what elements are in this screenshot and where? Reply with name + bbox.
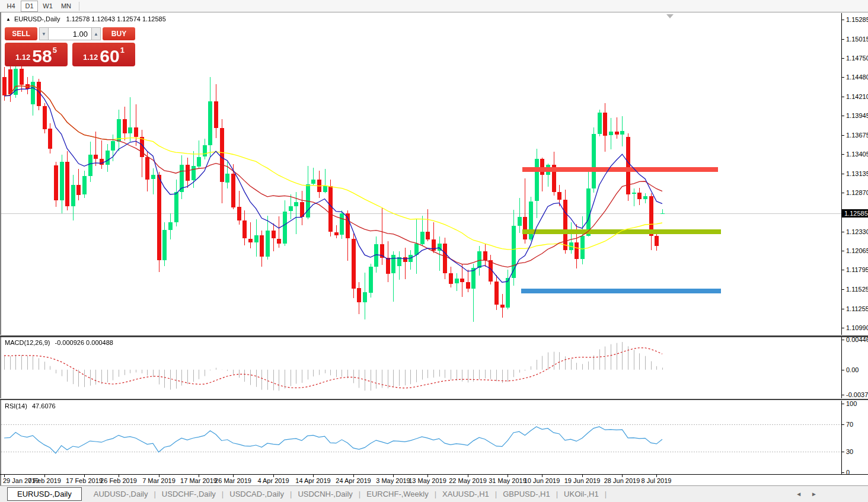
volume-input[interactable] bbox=[49, 27, 91, 40]
buy-price-prefix: 1.12 bbox=[83, 53, 98, 62]
rsi-axis-label: 0 bbox=[846, 468, 850, 477]
rsi-label: RSI(14) bbox=[5, 402, 27, 410]
buy-price-tile[interactable]: 1.12 60 1 bbox=[72, 43, 135, 66]
price-axis-label: 1.13675 bbox=[846, 131, 868, 139]
rsi-axis-dash bbox=[842, 404, 844, 404]
price-axis-dash bbox=[842, 135, 844, 136]
price-axis-label: 1.15015 bbox=[846, 35, 868, 43]
date-axis-label: 14 Apr 2019 bbox=[295, 477, 330, 484]
timeframe-button-w1[interactable]: W1 bbox=[39, 1, 56, 12]
price-axis-dash bbox=[842, 20, 844, 20]
price-axis-dash bbox=[842, 251, 844, 251]
timeframe-button-h4[interactable]: H4 bbox=[2, 1, 20, 12]
date-axis-label: 28 Jun 2019 bbox=[604, 477, 640, 484]
chart-symbol-title: EURUSD-,Daily bbox=[14, 15, 60, 23]
tab-ukoil-h1[interactable]: UKOil-,H1 bbox=[558, 488, 605, 500]
sell-button[interactable]: SELL bbox=[5, 27, 37, 40]
price-axis-dash bbox=[842, 193, 844, 193]
rsi-axis: 10070300 bbox=[841, 401, 868, 474]
date-axis-label: 17 Mar 2019 bbox=[180, 477, 217, 484]
rsi-indicator-canvas[interactable] bbox=[1, 401, 841, 474]
price-axis-dash bbox=[842, 289, 844, 290]
timeframe-toolbar: H4D1W1MN bbox=[0, 0, 868, 12]
price-axis-dash bbox=[842, 58, 844, 59]
volume-increase-button[interactable]: ▲ bbox=[91, 27, 101, 40]
tab-scroll-arrows: ◄ ► bbox=[796, 491, 817, 497]
tab-gbpusd-h1[interactable]: GBPUSD-,H1 bbox=[497, 488, 556, 500]
date-axis-label: 4 Apr 2019 bbox=[257, 477, 289, 484]
macd-axis-dash bbox=[842, 370, 844, 370]
tab-scroll-left-icon[interactable]: ◄ bbox=[796, 491, 802, 497]
price-axis-dash bbox=[842, 328, 844, 328]
buy-button[interactable]: BUY bbox=[103, 27, 135, 40]
date-axis-label: 7 Feb 2019 bbox=[28, 477, 61, 484]
rsi-label-row: RSI(14) 47.6076 bbox=[5, 402, 56, 410]
tab-usdcad-daily[interactable]: USDCAD-,Daily bbox=[224, 488, 290, 500]
price-axis-label: 1.13135 bbox=[846, 170, 868, 178]
macd-axis-label: -0.003715 bbox=[846, 391, 868, 399]
macd-label: MACD(12,26,9) bbox=[5, 339, 50, 346]
timeframe-button-mn[interactable]: MN bbox=[58, 1, 75, 12]
price-axis-label: 1.12330 bbox=[846, 228, 868, 236]
macd-values: -0.000926 0.000488 bbox=[55, 339, 113, 346]
date-axis-label: 19 Jun 2019 bbox=[564, 477, 601, 484]
current-price-tag: 1.12585 bbox=[841, 209, 868, 218]
sell-price-prefix: 1.12 bbox=[15, 53, 30, 62]
tabs-holder: EURUSD-,DailyAUDUSD-,Daily|USDCHF-,Daily… bbox=[7, 487, 607, 501]
date-axis: 29 Jan 20197 Feb 201917 Feb 201926 Feb 2… bbox=[1, 475, 841, 485]
date-axis-label: 26 Mar 2019 bbox=[215, 477, 251, 484]
tab-usdchf-daily[interactable]: USDCHF-,Daily bbox=[156, 488, 222, 500]
price-axis-label: 1.14210 bbox=[846, 92, 868, 101]
chevron-up-icon: ▲ bbox=[94, 31, 98, 37]
price-axis-dash bbox=[842, 116, 844, 116]
date-axis-label: 17 Feb 2019 bbox=[66, 477, 103, 484]
rsi-axis-label: 30 bbox=[846, 447, 853, 456]
trade-controls-row: SELL ▼ ▲ BUY bbox=[5, 27, 135, 40]
macd-axis-dash bbox=[842, 340, 844, 340]
tab-usdcnh-daily[interactable]: USDCNH-,Daily bbox=[292, 488, 358, 500]
panel-splitter[interactable] bbox=[0, 398, 868, 400]
tab-eurusd-daily[interactable]: EURUSD-,Daily bbox=[7, 487, 82, 501]
price-axis-dash bbox=[842, 154, 844, 155]
date-axis-label: 8 Jul 2019 bbox=[642, 477, 672, 484]
date-axis-label: 22 May 2019 bbox=[449, 477, 487, 484]
chart-ohlc-values: 1.12578 1.12643 1.12574 1.12585 bbox=[66, 15, 166, 23]
tab-separator: | bbox=[605, 490, 607, 498]
chart-shift-marker-icon[interactable] bbox=[666, 14, 674, 18]
sell-price-tile[interactable]: 1.12 58 5 bbox=[5, 43, 68, 66]
price-axis-label: 1.15285 bbox=[846, 15, 868, 24]
price-axis-dash bbox=[842, 39, 844, 40]
date-axis-label: 13 May 2019 bbox=[409, 477, 446, 484]
timeframe-button-d1[interactable]: D1 bbox=[21, 1, 38, 12]
tab-eurchf-weekly[interactable]: EURCHF-,Weekly bbox=[360, 488, 435, 500]
rsi-axis-label: 70 bbox=[846, 420, 853, 429]
rsi-axis-dash bbox=[842, 424, 844, 425]
trade-prices-row: 1.12 58 5 1.12 60 1 bbox=[5, 43, 135, 66]
tab-xauusd-h1[interactable]: XAUUSD-,H1 bbox=[436, 488, 495, 500]
price-axis-label: 1.11255 bbox=[846, 305, 868, 313]
date-axis-label: 7 Mar 2019 bbox=[142, 477, 175, 484]
price-axis-label: 1.14480 bbox=[846, 73, 868, 81]
volume-decrease-button[interactable]: ▼ bbox=[39, 27, 49, 40]
macd-axis: 0.0044650.00-0.003715 bbox=[841, 337, 868, 399]
price-axis-label: 1.12870 bbox=[846, 188, 868, 197]
macd-axis-dash bbox=[842, 395, 844, 395]
price-axis-dash bbox=[842, 309, 844, 309]
date-axis-label: 26 Feb 2019 bbox=[100, 477, 137, 484]
tab-audusd-daily[interactable]: AUDUSD-,Daily bbox=[88, 488, 154, 500]
date-axis-label: 24 Apr 2019 bbox=[336, 477, 371, 484]
price-axis: 1.152851.150151.147501.144801.142101.139… bbox=[841, 13, 868, 335]
price-axis-dash bbox=[842, 174, 844, 174]
panel-splitter[interactable] bbox=[0, 335, 868, 337]
symbol-marker-icon: ▲ bbox=[6, 17, 11, 22]
macd-indicator-canvas[interactable] bbox=[1, 337, 841, 399]
macd-axis-label: 0.00 bbox=[846, 366, 859, 374]
tab-scroll-right-icon[interactable]: ► bbox=[811, 491, 817, 497]
rsi-value: 47.6076 bbox=[32, 402, 56, 410]
price-axis-label: 1.10990 bbox=[846, 324, 868, 332]
date-axis-label: 10 Jun 2019 bbox=[524, 477, 560, 484]
price-axis-label: 1.13945 bbox=[846, 111, 868, 120]
rsi-axis-dash bbox=[842, 452, 844, 452]
buy-price-big: 60 bbox=[100, 48, 119, 64]
buy-price-sup: 1 bbox=[120, 46, 125, 55]
